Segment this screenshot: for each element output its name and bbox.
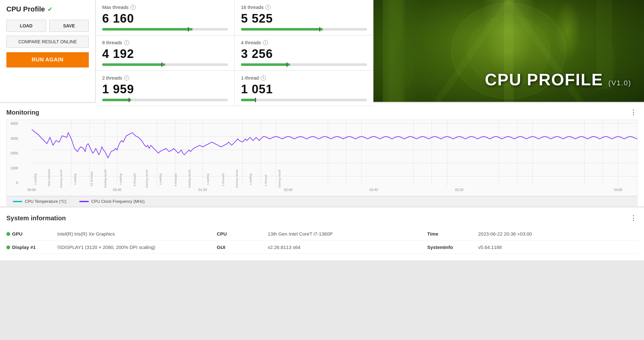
sysinfo-val-4: 2023-06-22 20:36 +03:00: [478, 231, 638, 237]
svg-text:Saving result: Saving result: [278, 170, 281, 188]
svg-text:Loading: Loading: [119, 174, 123, 185]
svg-text:Saving result: Saving result: [59, 170, 63, 188]
chart-svg: Loading Max threads Saving result Loadin…: [7, 120, 637, 196]
progress-fill-0: [102, 28, 193, 31]
progress-marker-3: [287, 62, 287, 67]
sysinfo-title: System information: [6, 215, 66, 222]
chart-legend: CPU Temperature (°C) CPU Clock Frequency…: [6, 196, 638, 206]
sysinfo-menu-icon[interactable]: ⋮: [630, 214, 638, 222]
compare-button[interactable]: COMPARE RESULT ONLINE: [6, 36, 89, 48]
legend-temperature: CPU Temperature (°C): [13, 199, 67, 204]
sysinfo-header: System information ⋮: [6, 214, 638, 222]
progress-marker-1: [319, 27, 320, 32]
y-label-1000: 1000: [7, 166, 19, 170]
score-label-4: 2 threads i: [102, 75, 228, 81]
sysinfo-val-2: 13th Gen Intel CoreT i7-1360P: [268, 231, 427, 237]
sysinfo-key-4: Time: [427, 231, 478, 237]
svg-text:Saving result: Saving result: [188, 170, 191, 188]
svg-text:02:00: 02:00: [284, 188, 292, 192]
score-value-5: 1 051: [241, 82, 367, 96]
progress-bar-5: [241, 99, 367, 101]
svg-text:4 threads: 4 threads: [174, 173, 177, 186]
score-value-3: 3 256: [241, 47, 367, 61]
svg-text:Loading: Loading: [206, 174, 209, 185]
monitoring-menu-icon[interactable]: ⋮: [630, 108, 638, 117]
page-title: CPU Profile: [6, 5, 45, 13]
score-value-1: 5 525: [241, 12, 367, 25]
y-label-3000: 3000: [7, 137, 19, 140]
info-icon-3[interactable]: i: [263, 40, 268, 45]
sysinfo-val-0: Intel(R) Iris(R) Xe Graphics: [57, 231, 217, 237]
progress-bar-3: [241, 63, 367, 66]
monitoring-title: Monitoring: [6, 109, 39, 116]
svg-text:16 threads: 16 threads: [90, 171, 93, 186]
progress-fill-4: [102, 99, 131, 101]
score-label-3: 4 threads i: [241, 40, 367, 45]
info-icon-0[interactable]: i: [131, 5, 136, 10]
legend-line-teal: [13, 201, 22, 202]
sysinfo-key-2: CPU: [217, 231, 268, 237]
svg-text:04:00: 04:00: [614, 188, 622, 192]
score-value-0: 6 160: [102, 12, 228, 25]
sysinfo-row-5: SystemInfo v5.64.1188: [427, 241, 638, 254]
score-cell-5: 1-thread i 1 051: [235, 71, 373, 106]
monitoring-section: Monitoring ⋮ 4000 3000 2000 1000 0: [0, 103, 644, 206]
info-icon-1[interactable]: i: [265, 5, 271, 10]
svg-text:01:20: 01:20: [198, 188, 207, 192]
sysinfo-key-0: GPU: [6, 231, 57, 237]
progress-bar-0: [102, 28, 228, 31]
sysinfo-key-1: Display #1: [6, 244, 57, 250]
progress-bar-2: [102, 63, 228, 66]
svg-point-9: [396, 38, 415, 89]
info-icon-4[interactable]: i: [124, 75, 129, 81]
svg-text:Saving result: Saving result: [145, 170, 148, 188]
progress-fill-5: [241, 99, 256, 101]
monitoring-header: Monitoring ⋮: [6, 108, 638, 117]
legend-frequency: CPU Clock Frequency (MHz): [79, 199, 145, 204]
check-icon: ✔: [47, 5, 53, 13]
sysinfo-row-1: Display #1 \\\DISPLAY1 (3120 × 2080, 200…: [6, 241, 217, 254]
svg-text:1 thread: 1 thread: [264, 175, 267, 186]
hero-area: CPU PROFILE (V1.0): [373, 0, 644, 102]
legend-line-purple: [79, 201, 89, 202]
progress-marker-0: [188, 27, 189, 32]
progress-marker-5: [255, 98, 256, 102]
svg-text:Loading: Loading: [73, 174, 77, 185]
y-axis: 4000 3000 2000 1000 0: [7, 120, 19, 186]
sysinfo-grid: GPU Intel(R) Iris(R) Xe Graphics CPU 13t…: [6, 227, 638, 254]
score-cell-3: 4 threads i 3 256: [235, 35, 373, 71]
svg-text:Max threads: Max threads: [47, 169, 51, 187]
score-grid: Max threads i 6 160 16 threads i 5 525 8…: [96, 0, 373, 102]
sysinfo-section: System information ⋮ GPU Intel(R) Iris(R…: [0, 208, 644, 260]
save-button[interactable]: SAVE: [49, 20, 89, 32]
progress-marker-4: [129, 98, 130, 102]
load-button[interactable]: LOAD: [6, 20, 46, 32]
run-again-button[interactable]: RUN AGAIN: [6, 52, 89, 67]
score-cell-2: 8 threads i 4 192: [96, 35, 235, 71]
status-dot: [6, 232, 10, 236]
hero-title-text: CPU PROFILE (V1.0): [485, 70, 631, 89]
sysinfo-row-0: GPU Intel(R) Iris(R) Xe Graphics: [6, 227, 217, 241]
score-value-4: 1 959: [102, 82, 228, 96]
title-row: CPU Profile ✔: [6, 5, 89, 13]
sysinfo-key-5: SystemInfo: [427, 244, 478, 250]
progress-fill-1: [241, 28, 323, 31]
progress-bar-4: [102, 99, 228, 101]
legend-temperature-label: CPU Temperature (°C): [25, 199, 67, 204]
score-cell-4: 2 threads i 1 959: [96, 71, 235, 106]
svg-text:2 threads: 2 threads: [221, 173, 225, 186]
sysinfo-row-3: GUI v2.26.8113 s64: [217, 241, 427, 254]
y-label-2000: 2000: [7, 151, 19, 155]
score-value-2: 4 192: [102, 47, 228, 61]
score-cell-1: 16 threads i 5 525: [235, 0, 373, 35]
score-label-2: 8 threads i: [102, 40, 228, 45]
sysinfo-val-1: \\\DISPLAY1 (3120 × 2080, 200% DPI scali…: [57, 244, 217, 250]
svg-text:Saving result: Saving result: [235, 170, 238, 188]
progress-fill-2: [102, 63, 165, 66]
button-row: LOAD SAVE: [6, 20, 89, 32]
info-icon-2[interactable]: i: [124, 40, 129, 45]
svg-text:Saving result: Saving result: [104, 170, 107, 188]
svg-text:Loading: Loading: [33, 174, 37, 185]
info-icon-5[interactable]: i: [261, 75, 266, 81]
chart-container: 4000 3000 2000 1000 0: [6, 120, 638, 196]
